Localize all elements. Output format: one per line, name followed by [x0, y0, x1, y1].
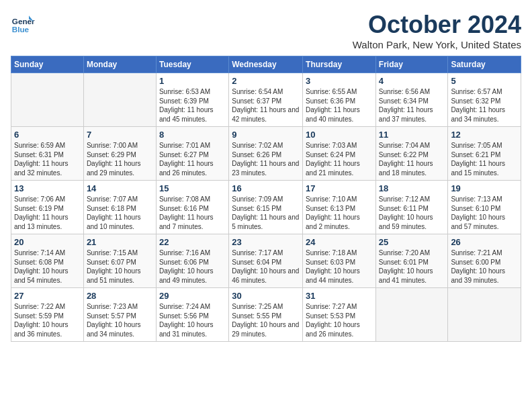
calendar-cell: 16Sunrise: 7:09 AMSunset: 6:15 PMDayligh…: [229, 181, 303, 234]
cell-daylight: Daylight: 11 hours and 45 minutes.: [159, 106, 214, 123]
day-number: 19: [451, 183, 518, 193]
calendar-cell: [11, 73, 84, 127]
day-number: 11: [379, 130, 445, 140]
day-number: 30: [232, 291, 300, 301]
calendar-cell: 13Sunrise: 7:06 AMSunset: 6:19 PMDayligh…: [11, 181, 84, 234]
cell-daylight: Daylight: 10 hours and 46 minutes.: [232, 267, 299, 284]
logo: General Blue: [11, 11, 38, 35]
cell-sunset: Sunset: 6:34 PM: [379, 97, 429, 105]
cell-sunrise: Sunrise: 7:14 AM: [14, 249, 65, 257]
day-number: 14: [87, 183, 153, 193]
day-number: 27: [14, 291, 81, 301]
cell-sunrise: Sunrise: 7:25 AM: [232, 303, 283, 310]
cell-sunrise: Sunrise: 7:15 AM: [87, 249, 138, 257]
cell-daylight: Daylight: 10 hours and 41 minutes.: [379, 267, 433, 284]
calendar-cell: 28Sunrise: 7:23 AMSunset: 5:57 PMDayligh…: [83, 288, 156, 342]
calendar-table: SundayMondayTuesdayWednesdayThursdayFrid…: [11, 56, 521, 342]
cell-sunset: Sunset: 6:16 PM: [159, 205, 209, 212]
day-number: 6: [14, 130, 81, 140]
day-number: 7: [87, 130, 153, 140]
calendar-cell: 24Sunrise: 7:18 AMSunset: 6:03 PMDayligh…: [303, 234, 376, 288]
cell-sunset: Sunset: 5:53 PM: [306, 312, 355, 320]
cell-daylight: Daylight: 10 hours and 29 minutes.: [232, 321, 299, 338]
cell-daylight: Daylight: 11 hours and 5 minutes.: [232, 214, 299, 230]
cell-sunset: Sunset: 6:24 PM: [306, 151, 355, 158]
calendar-cell: 29Sunrise: 7:24 AMSunset: 5:56 PMDayligh…: [156, 288, 228, 342]
cell-sunrise: Sunrise: 7:08 AM: [159, 195, 210, 203]
cell-daylight: Daylight: 10 hours and 49 minutes.: [159, 267, 214, 284]
day-number: 23: [232, 237, 300, 247]
cell-sunrise: Sunrise: 7:04 AM: [379, 142, 430, 149]
calendar-cell: [375, 288, 448, 342]
cell-sunset: Sunset: 6:39 PM: [159, 97, 209, 105]
weekday-header-thursday: Thursday: [303, 56, 376, 73]
calendar-cell: 23Sunrise: 7:17 AMSunset: 6:04 PMDayligh…: [229, 234, 303, 288]
cell-sunrise: Sunrise: 7:16 AM: [159, 249, 210, 257]
calendar-cell: 17Sunrise: 7:10 AMSunset: 6:13 PMDayligh…: [303, 181, 376, 234]
cell-daylight: Daylight: 11 hours and 32 minutes.: [14, 160, 69, 177]
cell-sunrise: Sunrise: 7:18 AM: [306, 249, 357, 257]
day-number: 15: [159, 183, 226, 193]
calendar-cell: 5Sunrise: 6:57 AMSunset: 6:32 PMDaylight…: [448, 73, 521, 127]
calendar-cell: 19Sunrise: 7:13 AMSunset: 6:10 PMDayligh…: [448, 181, 521, 234]
month-title: October 2024: [353, 11, 521, 39]
calendar-cell: 3Sunrise: 6:55 AMSunset: 6:36 PMDaylight…: [303, 73, 376, 127]
cell-daylight: Daylight: 11 hours and 21 minutes.: [306, 160, 360, 177]
cell-sunrise: Sunrise: 7:27 AM: [306, 303, 357, 310]
cell-sunset: Sunset: 6:00 PM: [451, 259, 500, 266]
cell-sunset: Sunset: 6:04 PM: [232, 259, 281, 266]
cell-sunrise: Sunrise: 7:05 AM: [451, 142, 502, 149]
cell-sunset: Sunset: 6:08 PM: [14, 259, 64, 266]
calendar-cell: [83, 73, 156, 127]
calendar-week-3: 13Sunrise: 7:06 AMSunset: 6:19 PMDayligh…: [11, 181, 521, 234]
cell-sunrise: Sunrise: 6:53 AM: [159, 88, 210, 95]
weekday-header-monday: Monday: [83, 56, 156, 73]
cell-sunset: Sunset: 5:59 PM: [14, 312, 64, 320]
calendar-cell: 26Sunrise: 7:21 AMSunset: 6:00 PMDayligh…: [448, 234, 521, 288]
cell-sunset: Sunset: 6:07 PM: [87, 259, 136, 266]
calendar-cell: 4Sunrise: 6:56 AMSunset: 6:34 PMDaylight…: [375, 73, 448, 127]
calendar-week-1: 1Sunrise: 6:53 AMSunset: 6:39 PMDaylight…: [11, 73, 521, 127]
day-number: 26: [451, 237, 518, 247]
cell-daylight: Daylight: 10 hours and 39 minutes.: [451, 267, 505, 284]
cell-sunrise: Sunrise: 7:20 AM: [379, 249, 430, 257]
day-number: 16: [232, 183, 300, 193]
cell-daylight: Daylight: 10 hours and 59 minutes.: [379, 214, 433, 230]
cell-sunrise: Sunrise: 6:54 AM: [232, 88, 283, 95]
day-number: 31: [306, 291, 373, 301]
calendar-cell: 25Sunrise: 7:20 AMSunset: 6:01 PMDayligh…: [375, 234, 448, 288]
cell-daylight: Daylight: 10 hours and 44 minutes.: [306, 267, 360, 284]
cell-sunset: Sunset: 6:29 PM: [87, 151, 136, 158]
svg-text:Blue: Blue: [12, 25, 30, 34]
calendar-cell: 30Sunrise: 7:25 AMSunset: 5:55 PMDayligh…: [229, 288, 303, 342]
day-number: 17: [306, 183, 373, 193]
cell-sunrise: Sunrise: 6:57 AM: [451, 88, 502, 95]
day-number: 5: [451, 76, 518, 86]
cell-sunrise: Sunrise: 7:06 AM: [14, 195, 65, 203]
cell-sunrise: Sunrise: 6:56 AM: [379, 88, 430, 95]
cell-sunset: Sunset: 6:36 PM: [306, 97, 355, 105]
calendar-cell: 10Sunrise: 7:03 AMSunset: 6:24 PMDayligh…: [303, 127, 376, 181]
cell-sunset: Sunset: 6:21 PM: [451, 151, 500, 158]
day-number: 12: [451, 130, 518, 140]
day-number: 18: [379, 183, 445, 193]
calendar-week-4: 20Sunrise: 7:14 AMSunset: 6:08 PMDayligh…: [11, 234, 521, 288]
cell-daylight: Daylight: 11 hours and 34 minutes.: [451, 106, 505, 123]
day-number: 22: [159, 237, 226, 247]
cell-sunrise: Sunrise: 7:03 AM: [306, 142, 357, 149]
cell-sunrise: Sunrise: 7:21 AM: [451, 249, 502, 257]
calendar-cell: 6Sunrise: 6:59 AMSunset: 6:31 PMDaylight…: [11, 127, 84, 181]
cell-daylight: Daylight: 11 hours and 42 minutes.: [232, 106, 299, 123]
day-number: 2: [232, 76, 300, 86]
day-number: 3: [306, 76, 373, 86]
weekday-header-wednesday: Wednesday: [229, 56, 303, 73]
cell-sunset: Sunset: 5:55 PM: [232, 312, 281, 320]
cell-sunset: Sunset: 6:03 PM: [306, 259, 355, 266]
cell-sunrise: Sunrise: 7:07 AM: [87, 195, 138, 203]
cell-daylight: Daylight: 11 hours and 37 minutes.: [379, 106, 433, 123]
cell-daylight: Daylight: 11 hours and 7 minutes.: [159, 214, 214, 230]
day-number: 21: [87, 237, 153, 247]
cell-sunrise: Sunrise: 7:10 AM: [306, 195, 357, 203]
cell-sunrise: Sunrise: 6:55 AM: [306, 88, 357, 95]
calendar-cell: [448, 288, 521, 342]
